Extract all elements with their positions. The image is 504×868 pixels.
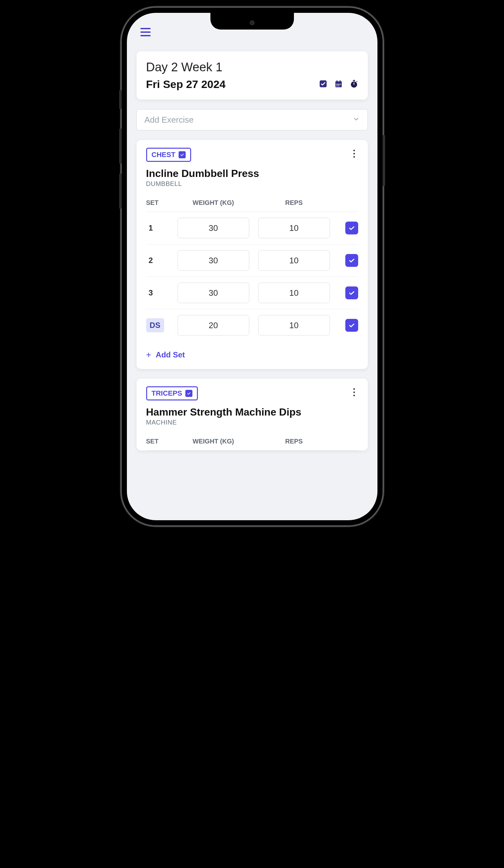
th-reps: REPS <box>258 199 330 206</box>
stopwatch-icon[interactable] <box>350 80 358 89</box>
badge-check-icon <box>185 390 193 397</box>
th-set: SET <box>146 438 169 445</box>
th-set: SET <box>146 199 169 206</box>
weight-input[interactable]: 20 <box>178 315 249 335</box>
exercise-card: CHESTIncline Dumbbell PressDUMBBELLSETWE… <box>136 140 368 369</box>
workout-header-card: Day 2 Week 1 Fri Sep 27 2024 <box>136 51 368 100</box>
set-complete-checkbox[interactable] <box>345 221 358 235</box>
th-reps: REPS <box>258 438 330 445</box>
weight-input[interactable]: 30 <box>178 282 249 303</box>
reps-input[interactable]: 10 <box>258 250 330 271</box>
svg-rect-10 <box>353 80 355 81</box>
svg-rect-4 <box>340 80 340 82</box>
calendar-icon[interactable] <box>335 80 343 89</box>
svg-rect-2 <box>335 81 342 83</box>
reps-input[interactable]: 10 <box>258 315 330 335</box>
svg-rect-3 <box>336 80 337 82</box>
device-notch <box>210 13 294 30</box>
table-header: SETWEIGHT (KG)REPS <box>146 195 358 212</box>
svg-rect-9 <box>338 85 339 86</box>
chevron-down-icon <box>353 116 360 124</box>
th-weight: WEIGHT (KG) <box>178 199 249 206</box>
set-complete-checkbox[interactable] <box>345 287 358 299</box>
exercise-name: Incline Dumbbell Press <box>136 162 368 180</box>
day-title: Day 2 Week 1 <box>146 60 358 74</box>
exercise-name: Hammer Strength Machine Dips <box>136 401 368 419</box>
weight-input[interactable]: 30 <box>178 250 249 271</box>
set-number: 3 <box>146 288 169 297</box>
svg-rect-6 <box>338 84 339 85</box>
date-text: Fri Sep 27 2024 <box>146 78 226 91</box>
muscle-group-badge[interactable]: CHEST <box>146 148 192 162</box>
reps-input[interactable]: 10 <box>258 218 330 238</box>
exercise-equipment: MACHINE <box>136 419 368 434</box>
table-row: DS2010 <box>146 309 358 341</box>
badge-label: CHEST <box>152 151 176 159</box>
complete-check-icon[interactable] <box>319 80 327 89</box>
exercise-card: TRICEPSHammer Strength Machine DipsMACHI… <box>136 379 368 451</box>
add-set-label: Add Set <box>156 350 185 359</box>
table-header: SETWEIGHT (KG)REPS <box>146 434 358 451</box>
svg-rect-13 <box>356 81 358 82</box>
badge-label: TRICEPS <box>152 389 182 397</box>
add-exercise-placeholder: Add Exercise <box>145 115 194 125</box>
set-number: 2 <box>146 256 169 265</box>
reps-input[interactable]: 10 <box>258 282 330 303</box>
dropset-label: DS <box>146 318 164 332</box>
muscle-group-badge[interactable]: TRICEPS <box>146 386 198 401</box>
table-row: 33010 <box>146 277 358 309</box>
table-row: 13010 <box>146 212 358 244</box>
svg-rect-5 <box>336 84 337 85</box>
menu-icon[interactable] <box>140 26 153 39</box>
svg-rect-8 <box>336 85 337 86</box>
more-options-icon[interactable] <box>350 148 358 159</box>
add-set-button[interactable]: +Add Set <box>136 341 368 369</box>
svg-rect-12 <box>353 82 354 85</box>
exercise-equipment: DUMBBELL <box>136 180 368 195</box>
th-weight: WEIGHT (KG) <box>178 438 249 445</box>
svg-rect-7 <box>340 84 340 85</box>
plus-icon: + <box>146 350 151 359</box>
weight-input[interactable]: 30 <box>178 218 249 238</box>
badge-check-icon <box>178 151 186 158</box>
add-exercise-select[interactable]: Add Exercise <box>136 109 368 131</box>
table-row: 23010 <box>146 244 358 277</box>
set-number: 1 <box>146 224 169 232</box>
set-complete-checkbox[interactable] <box>345 254 358 267</box>
set-complete-checkbox[interactable] <box>345 319 358 332</box>
more-options-icon[interactable] <box>350 386 358 398</box>
